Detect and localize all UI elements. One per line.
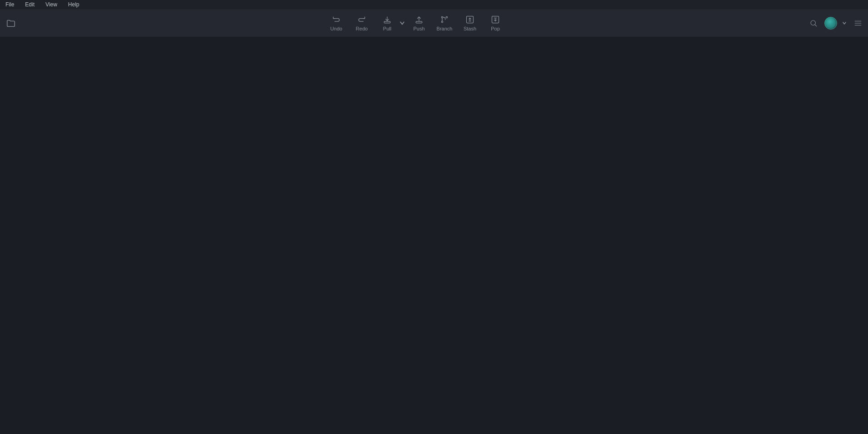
menu-item-view[interactable]: View — [44, 0, 59, 9]
stash-label: Stash — [464, 26, 476, 31]
menu-bar: File Edit View Help — [0, 0, 868, 9]
menu-item-help[interactable]: Help — [66, 0, 81, 9]
menu-item-file[interactable]: File — [4, 0, 16, 9]
svg-line-10 — [815, 25, 816, 26]
search-icon[interactable] — [806, 16, 821, 30]
pull-button[interactable]: Pull — [375, 12, 399, 34]
pull-dropdown-button[interactable] — [399, 12, 405, 34]
toolbar-center: Undo Redo Pull — [25, 12, 806, 34]
folder-icon[interactable] — [4, 16, 18, 30]
push-label: Push — [413, 26, 424, 31]
toolbar-right — [806, 16, 864, 30]
pull-button-group: Pull — [375, 12, 405, 34]
pull-label: Pull — [383, 26, 391, 31]
menu-item-edit[interactable]: Edit — [23, 0, 36, 9]
avatar-icon[interactable] — [824, 17, 837, 30]
undo-button[interactable]: Undo — [324, 12, 348, 34]
chevron-down-icon[interactable] — [841, 17, 848, 30]
redo-button[interactable]: Redo — [350, 12, 374, 34]
branch-label: Branch — [437, 26, 453, 31]
undo-label: Undo — [330, 26, 342, 31]
push-button[interactable]: Push — [407, 12, 431, 34]
svg-rect-0 — [384, 21, 390, 23]
pop-label: Pop — [491, 26, 500, 31]
svg-rect-1 — [416, 21, 422, 23]
pop-button[interactable]: Pop — [484, 12, 507, 34]
svg-point-3 — [446, 16, 447, 18]
redo-label: Redo — [356, 26, 368, 31]
toolbar: Undo Redo Pull — [0, 9, 868, 37]
main-content — [0, 37, 868, 434]
svg-point-9 — [811, 20, 816, 25]
hamburger-icon[interactable] — [852, 17, 864, 30]
branch-button[interactable]: Branch — [433, 12, 456, 34]
stash-button[interactable]: Stash — [458, 12, 482, 34]
